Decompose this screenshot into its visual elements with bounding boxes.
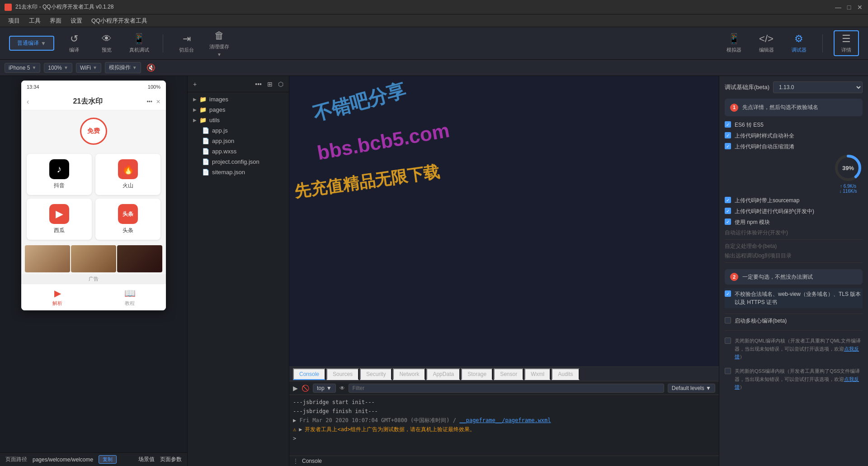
scene-button[interactable]: 场景值 xyxy=(138,456,155,463)
phone-device: 13:34 100% ‹ 21去水印 ••• ✕ 免费 xyxy=(21,81,166,310)
action-value: 模拟操作 xyxy=(109,64,131,71)
action-select[interactable]: 模拟操作 ▼ xyxy=(105,62,141,73)
device-name: iPhone 5 xyxy=(9,65,30,71)
protect-checkbox[interactable]: ✓ xyxy=(725,208,731,214)
qss-feedback-link[interactable]: 点我反馈 xyxy=(735,376,859,390)
network-select[interactable]: WiFi ▼ xyxy=(76,63,101,73)
tab-security[interactable]: Security xyxy=(360,368,392,380)
tab-sources[interactable]: Sources xyxy=(326,368,359,380)
menu-qq-dev[interactable]: QQ小程序开发者工具 xyxy=(87,16,152,26)
phone-close-btn[interactable]: ✕ xyxy=(156,99,160,105)
checkbox-style: ✓ 上传代码时样式自动补全 xyxy=(725,132,863,140)
checkbox-protect: ✓ 上传代码时进行代码保护(开发中) xyxy=(725,207,863,215)
scope-arrow: ▼ xyxy=(326,385,332,391)
warning-expand[interactable]: ▶ xyxy=(299,425,302,433)
style-checkbox[interactable]: ✓ xyxy=(725,132,731,138)
tab-sensor[interactable]: Sensor xyxy=(494,368,524,380)
editor-button[interactable]: </> 编辑器 xyxy=(754,33,779,53)
section-divider-4 xyxy=(725,330,863,331)
huoshan-label: 火山 xyxy=(123,182,133,190)
phone-controls: ••• ✕ xyxy=(146,99,160,105)
add-file-button[interactable]: + xyxy=(191,79,198,90)
project-config-label: project.config.json xyxy=(212,158,259,165)
menu-project[interactable]: 项目 xyxy=(4,16,24,26)
tab-network[interactable]: Network xyxy=(393,368,425,380)
debug-lib-select[interactable]: 1.13.0 xyxy=(773,81,863,93)
phone-nav-parse[interactable]: ▶ 解析 xyxy=(21,284,94,310)
console-play-button[interactable]: ▶ xyxy=(293,385,298,392)
console-tabs: Console Sources Security Network AppData… xyxy=(289,367,719,381)
file-app-json[interactable]: 📄 app.json xyxy=(188,136,289,146)
npm-checkbox[interactable]: ✓ xyxy=(725,219,731,225)
folder-images[interactable]: ▶ 📁 images xyxy=(188,94,289,105)
toolbar-divider-2 xyxy=(822,34,823,52)
console-scope-select[interactable]: top ▼ xyxy=(313,384,336,393)
app-wxss-icon: 📄 xyxy=(202,148,209,155)
phone-app-huoshan[interactable]: 🔥 火山 xyxy=(95,154,160,195)
compress-checkbox[interactable]: ✓ xyxy=(725,143,731,149)
levels-arrow: ▼ xyxy=(706,385,711,391)
tab-appdata[interactable]: AppData xyxy=(426,368,460,380)
phone-app-toutiao[interactable]: 头条 头条 xyxy=(95,199,160,240)
compile-button[interactable]: ↺ 编译 xyxy=(61,33,87,53)
qml-feedback-link[interactable]: 点我反馈 xyxy=(735,346,859,360)
console-clear-button[interactable]: 🚫 xyxy=(302,385,309,392)
menu-settings[interactable]: 设置 xyxy=(66,16,87,26)
phone-nav-tutorial[interactable]: 📖 教程 xyxy=(94,284,166,310)
collapse-button[interactable]: ⬡ xyxy=(276,79,285,90)
preview-button[interactable]: 👁 预览 xyxy=(94,33,119,53)
qss-checkbox[interactable] xyxy=(725,368,731,374)
xigua-icon: ▶ xyxy=(49,204,69,224)
console-levels-select[interactable]: Default levels ▼ xyxy=(668,384,715,393)
compile-mode-arrow: ▼ xyxy=(41,40,46,47)
more-button[interactable]: ••• xyxy=(253,79,264,90)
phone-menu-btn[interactable]: ••• xyxy=(146,99,152,105)
file-sitemap[interactable]: 📄 sitemap.json xyxy=(188,167,289,177)
device-select[interactable]: iPhone 5 ▼ xyxy=(5,63,40,73)
tab-console[interactable]: Console xyxy=(293,368,326,380)
pageframe-link[interactable]: __pageframe__/pageframe.wxml xyxy=(459,417,551,423)
folder-utils[interactable]: ▶ 📁 utils xyxy=(188,115,289,125)
multicore-checkbox[interactable] xyxy=(725,317,731,323)
style-label: 上传代码时样式自动补全 xyxy=(735,132,794,140)
sourcemap-checkbox[interactable]: ✓ xyxy=(725,197,731,203)
console-filter-input[interactable] xyxy=(349,384,664,393)
menu-tools[interactable]: 工具 xyxy=(24,16,45,26)
maximize-button[interactable]: □ xyxy=(845,4,853,11)
sound-button[interactable]: 🔇 xyxy=(145,62,157,74)
minimize-button[interactable]: — xyxy=(835,4,842,11)
tab-audits[interactable]: Audits xyxy=(552,368,579,380)
real-test-button[interactable]: 📱 真机调试 xyxy=(127,33,152,53)
qml-checkbox[interactable] xyxy=(725,338,731,344)
phone-app-xigua[interactable]: ▶ 西瓜 xyxy=(27,199,92,240)
simulator-button[interactable]: 📱 模拟器 xyxy=(721,33,746,53)
path-copy-button[interactable]: 复制 xyxy=(99,455,117,464)
zoom-select[interactable]: 100% ▼ xyxy=(44,63,72,73)
backend-button[interactable]: ⇥ 切后台 xyxy=(174,33,199,53)
es6-checkbox[interactable]: ✓ xyxy=(725,121,731,128)
layout-button[interactable]: ⊞ xyxy=(265,79,274,90)
detail-button[interactable]: ☰ 详情 xyxy=(834,30,859,56)
phone-app-grid: ♪ 抖音 🔥 火山 ▶ 西瓜 头条 头条 xyxy=(21,150,166,243)
parse-icon: ▶ xyxy=(54,288,61,299)
tab-wxml[interactable]: Wxml xyxy=(524,368,551,380)
params-button[interactable]: 页面参数 xyxy=(160,456,182,463)
menu-interface[interactable]: 界面 xyxy=(45,16,66,26)
compile-mode-select[interactable]: 普通编译 ▼ xyxy=(9,36,54,51)
file-app-wxss[interactable]: 📄 app.wxss xyxy=(188,146,289,157)
network-value: WiFi xyxy=(80,65,91,71)
instruction-box-2: 2 一定要勾选，不然没办法测试 xyxy=(725,269,863,285)
phone-nav: ▶ 解析 📖 教程 xyxy=(21,284,166,310)
file-app-js[interactable]: 📄 app.js xyxy=(188,125,289,136)
close-button[interactable]: ✕ xyxy=(856,4,863,11)
tab-storage[interactable]: Storage xyxy=(461,368,493,380)
checkboxes-section: ✓ ES6 转 ES5 ✓ 上传代码时样式自动补全 ✓ 上传代码时自动压缩混淆 xyxy=(725,121,863,266)
debugger-button[interactable]: ⚙ 调试器 xyxy=(786,33,811,53)
special-checkbox[interactable]: ✓ xyxy=(725,290,731,297)
action-arrow: ▼ xyxy=(132,65,137,70)
folder-pages[interactable]: ▶ 📁 pages xyxy=(188,105,289,115)
clear-button[interactable]: 🗑 清理缓存 ▼ xyxy=(207,30,232,57)
file-project-config[interactable]: 📄 project.config.json xyxy=(188,157,289,167)
expand-icon[interactable]: ▶ xyxy=(293,417,296,423)
phone-app-tiktok[interactable]: ♪ 抖音 xyxy=(27,154,92,195)
